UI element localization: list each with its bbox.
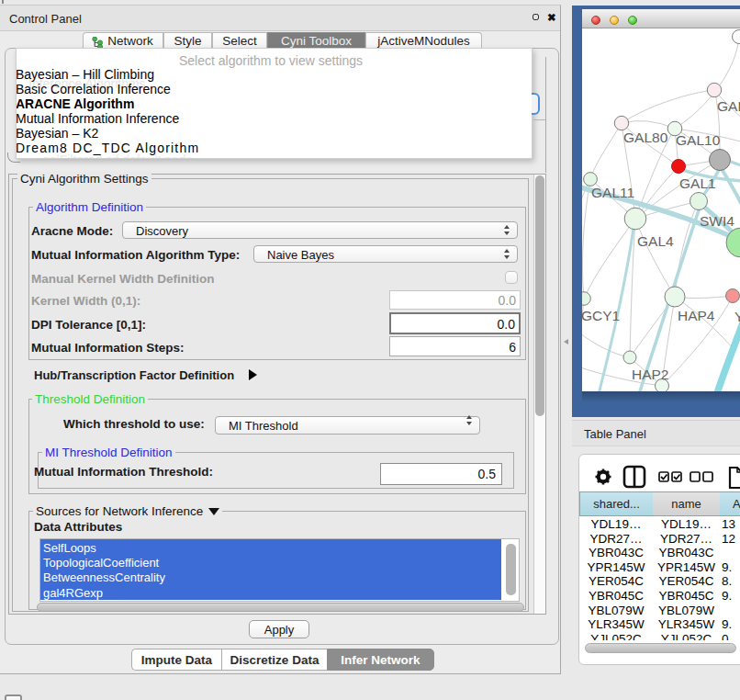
svg-text:HAP2: HAP2 <box>632 367 669 382</box>
svg-text:GAL10: GAL10 <box>676 132 721 148</box>
svg-text:GAL11: GAL11 <box>591 185 634 200</box>
svg-text:GCY1: GCY1 <box>582 308 620 323</box>
svg-text:HAP4: HAP4 <box>678 308 715 323</box>
svg-text:GAL7: GAL7 <box>717 98 740 114</box>
svg-text:GAL80: GAL80 <box>623 130 668 145</box>
svg-text:GAL1: GAL1 <box>679 175 716 191</box>
svg-text:GAL4: GAL4 <box>637 233 674 249</box>
svg-text:SWI4: SWI4 <box>700 213 734 229</box>
svg-text:Y: Y <box>734 309 740 324</box>
